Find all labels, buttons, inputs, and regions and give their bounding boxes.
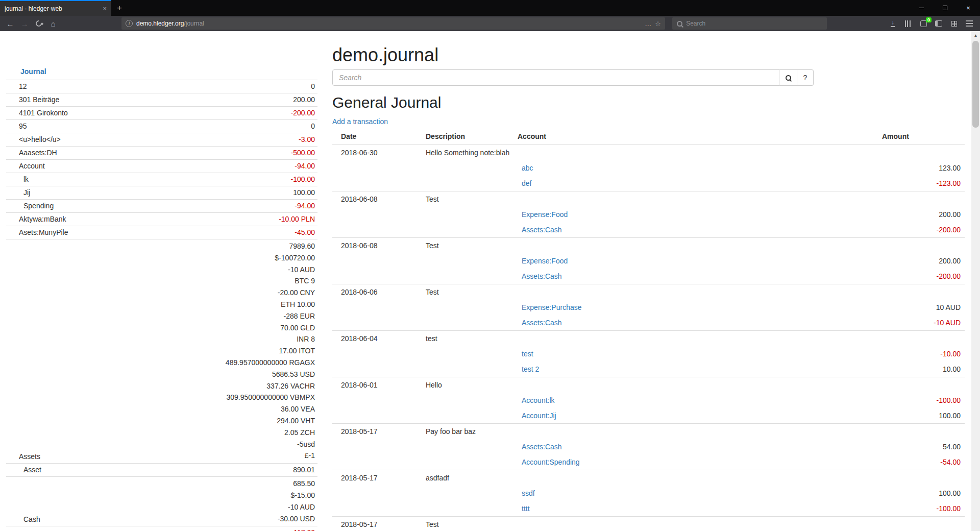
column-header-amount: Amount — [878, 129, 965, 145]
transaction-row[interactable]: 2018-05-17Pay foo bar baz — [332, 424, 965, 440]
posting-row: Assets:Cash-200.00 — [332, 269, 965, 284]
balance-amount: -45.00 — [295, 227, 315, 237]
posting-account-cell: Assets:Cash — [513, 439, 878, 454]
posting-account-cell: abc — [513, 160, 878, 176]
sidebar-account-row: Spending-94.00 — [6, 199, 317, 212]
browser-search-field[interactable] — [672, 17, 827, 30]
balance-amount: £-1 — [226, 450, 315, 462]
posting-row: tttt-100.00 — [332, 501, 965, 517]
sidebar-account-link[interactable]: Aaasets:DH — [19, 148, 57, 158]
library-button[interactable] — [900, 17, 916, 30]
posting-account-link[interactable]: Account:Jij — [522, 412, 556, 420]
menu-button[interactable] — [962, 17, 977, 30]
posting-account-link[interactable]: test — [522, 350, 533, 358]
page-title: demo.journal — [332, 45, 965, 65]
transaction-row[interactable]: 2018-06-04test — [332, 331, 965, 347]
balance-amount: 70.00 GLD — [226, 322, 315, 334]
sidebar-account-balance: -100.00 — [291, 174, 315, 184]
sidebar-account-link[interactable]: Spending — [23, 201, 54, 211]
transaction-amount — [878, 284, 965, 300]
sidebar-account-balance: -200.00 — [291, 108, 315, 118]
sidebars-button[interactable] — [931, 17, 946, 30]
window-minimize-button[interactable] — [910, 0, 933, 16]
sidebar-account-link[interactable]: Account — [19, 161, 45, 171]
sidebar-account-link[interactable]: 95 — [19, 121, 27, 131]
sidebar-account-link[interactable]: Cash — [23, 514, 40, 524]
balance-amount: -10 AUD — [226, 264, 315, 276]
bookmark-star-icon[interactable]: ☆ — [655, 20, 661, 28]
posting-account-cell: Assets:Cash — [513, 269, 878, 284]
posting-row: Account:lk-100.00 — [332, 393, 965, 408]
transaction-row[interactable]: 2018-06-30Hello Something note:blah — [332, 145, 965, 161]
search-help-button[interactable]: ? — [797, 69, 814, 86]
window-close-button[interactable]: × — [957, 0, 980, 16]
transaction-row[interactable]: 2018-05-17asdfadf — [332, 470, 965, 486]
page-scrollbar[interactable]: ▲ — [971, 31, 980, 531]
posting-account-link[interactable]: Assets:Cash — [522, 272, 562, 280]
browser-tab[interactable]: journal - hledger-web × — [0, 0, 111, 16]
transaction-row[interactable]: 2018-06-06Test — [332, 284, 965, 300]
home-button[interactable]: ⌂ — [46, 17, 60, 30]
posting-account-link[interactable]: def — [522, 179, 531, 187]
site-info-icon[interactable]: i — [126, 20, 133, 27]
posting-account-link[interactable]: Account:lk — [522, 396, 555, 404]
posting-account-link[interactable]: Expense:Food — [522, 210, 568, 219]
posting-account-link[interactable]: Account:Spending — [522, 458, 580, 466]
new-tab-button[interactable]: + — [111, 0, 128, 16]
transaction-row[interactable]: 2018-06-01Hello — [332, 377, 965, 393]
sidebar-account-link[interactable]: Jij — [23, 187, 30, 198]
posting-account-cell: def — [513, 176, 878, 191]
posting-account-link[interactable]: abc — [522, 164, 533, 172]
posting-account-link[interactable]: Assets:Cash — [522, 443, 562, 451]
posting-account-link[interactable]: Assets:Cash — [522, 319, 562, 327]
sidebar-account-link[interactable]: Asets:MunyPile — [19, 227, 68, 237]
posting-account-link[interactable]: tttt — [522, 504, 530, 513]
transaction-row[interactable]: 2018-06-08Test — [332, 191, 965, 207]
balance-amount: 0 — [311, 121, 315, 131]
sidebar-account-link[interactable]: lk — [23, 174, 29, 184]
add-transaction-link[interactable]: Add a transaction — [332, 116, 388, 127]
posting-account-link[interactable]: Expense:Food — [522, 257, 568, 265]
page-actions-icon[interactable]: … — [645, 20, 651, 28]
window-restore-button[interactable] — [933, 0, 957, 16]
sidebar-account-link[interactable]: Aktywa:mBank — [19, 214, 66, 224]
transaction-date: 2018-05-17 — [332, 470, 422, 486]
journal-search-button[interactable] — [779, 69, 797, 86]
apps-grid-button[interactable] — [946, 17, 962, 30]
scrollbar-up-arrow[interactable]: ▲ — [971, 31, 980, 40]
sidebar-account-link[interactable]: 12 — [19, 81, 27, 91]
url-bar[interactable]: i demo.hledger.org/journal … ☆ — [121, 17, 665, 30]
sidebar-account-row: 4101 Girokonto-200.00 — [6, 106, 317, 119]
journal-search-input[interactable] — [332, 69, 779, 86]
sidebar-account-link[interactable]: Assets — [19, 451, 40, 462]
sidebar-account-link[interactable]: 4101 Girokonto — [19, 108, 68, 118]
posting-account-link[interactable]: Expense:Purchase — [522, 303, 582, 311]
reload-button[interactable] — [32, 17, 46, 30]
tab-close-icon[interactable]: × — [103, 5, 107, 12]
search-icon — [785, 75, 792, 81]
balance-amount: 200.00 — [293, 94, 315, 105]
browser-search-input[interactable] — [686, 20, 823, 27]
extension-button[interactable]: 0 — [916, 17, 931, 30]
transaction-row[interactable]: 2018-05-17Test — [332, 517, 965, 531]
balance-amount: -30.00 USD — [278, 513, 315, 525]
back-button[interactable]: ← — [3, 17, 17, 30]
journal-section: demo.journal ? General Journal Add a tra… — [332, 45, 965, 531]
forward-button[interactable]: → — [17, 17, 32, 30]
sidebar-account-link[interactable]: <u>hello</u> — [19, 134, 61, 144]
posting-account-link[interactable]: test 2 — [522, 365, 539, 373]
posting-account-link[interactable]: Assets:Cash — [522, 226, 562, 234]
posting-account-cell: Expense:Food — [513, 253, 878, 269]
posting-row: abc123.00 — [332, 160, 965, 176]
downloads-button[interactable]: ↓ — [885, 17, 900, 30]
transaction-description: Test — [422, 284, 878, 300]
sidebar-account-link[interactable]: 301 Beiträge — [19, 94, 59, 105]
posting-account-link[interactable]: ssdf — [522, 489, 535, 497]
sidebar-journal-link[interactable]: Journal — [20, 66, 46, 77]
url-text: demo.hledger.org/journal — [136, 20, 204, 27]
transaction-amount — [878, 470, 965, 486]
transaction-date: 2018-05-17 — [332, 517, 422, 531]
transaction-row[interactable]: 2018-06-08Test — [332, 238, 965, 254]
scrollbar-thumb[interactable] — [972, 41, 979, 128]
sidebar-account-link[interactable]: Asset — [23, 465, 41, 475]
